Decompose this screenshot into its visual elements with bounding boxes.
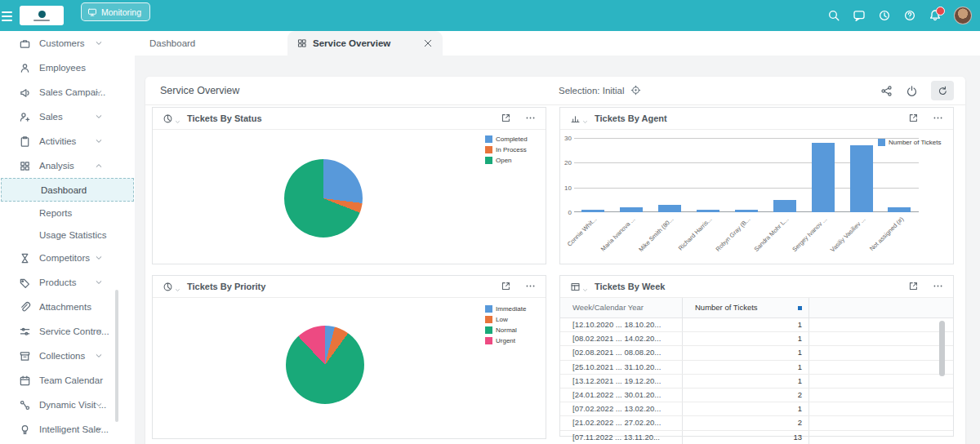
feedback-chat-icon[interactable] <box>853 9 866 22</box>
bar[interactable] <box>620 207 643 212</box>
sidebar-item-analysis[interactable]: Analysis <box>0 153 135 178</box>
table-row[interactable]: [02.08.2021 ... 08.08.20...1 <box>560 346 953 360</box>
legend-item: Number of Tickets <box>878 139 941 146</box>
logo-wordmark <box>33 20 50 21</box>
sidebar-item-label: Reports <box>39 208 72 218</box>
table-header-row: Week/Calendar Year Number of Tickets <box>560 298 953 318</box>
user-avatar[interactable] <box>954 7 972 24</box>
legend-label: Open <box>496 157 512 164</box>
sidebar-item-label: Employees <box>39 63 86 73</box>
sidebar-item-usage-statistics[interactable]: Usage Statistics <box>0 224 135 246</box>
sidebar-item-employees[interactable]: Employees <box>0 56 135 80</box>
status-legend: Completed In Process Open <box>485 135 528 167</box>
column-header-tickets[interactable]: Number of Tickets <box>683 298 809 317</box>
panel-title: Tickets By Priority <box>187 282 265 291</box>
table-icon <box>570 282 581 292</box>
open-in-new-icon[interactable] <box>501 113 511 123</box>
more-options-icon[interactable] <box>933 113 943 123</box>
legend-label: Number of Tickets <box>889 139 941 146</box>
power-icon[interactable] <box>906 85 918 97</box>
y-tick: 30 <box>559 135 572 142</box>
open-in-new-icon[interactable] <box>908 281 919 291</box>
bar[interactable] <box>773 200 796 212</box>
company-logo[interactable] <box>20 6 64 25</box>
notification-badge <box>936 7 945 16</box>
table-row[interactable]: [08.02.2021 ... 14.02.20...1 <box>560 332 953 346</box>
menu-icon[interactable] <box>2 11 12 24</box>
bar-series <box>574 138 919 212</box>
legend-item: Immediate <box>485 305 526 313</box>
page-title: Service Overview <box>160 85 239 96</box>
legend-swatch <box>485 135 492 143</box>
refresh-button[interactable] <box>931 81 954 100</box>
panel-title: Tickets By Agent <box>595 113 667 123</box>
bar[interactable] <box>812 143 835 212</box>
sidebar-item-sales[interactable]: Sales <box>0 104 135 129</box>
selection-label: Selection: Initial <box>559 86 625 95</box>
hourglass-icon <box>19 252 31 264</box>
chevron-down-icon <box>95 88 103 96</box>
tab-service-overview[interactable]: Service Overview <box>287 31 443 56</box>
legend-label: Low <box>496 316 508 323</box>
sidebar-item-competitors[interactable]: Competitors <box>0 246 135 270</box>
chevron-down-icon <box>95 278 103 286</box>
column-header-week[interactable]: Week/Calendar Year <box>560 298 683 317</box>
help-icon[interactable] <box>903 9 916 22</box>
bar[interactable] <box>581 210 604 212</box>
chevron-down-icon <box>95 327 103 335</box>
more-options-icon[interactable] <box>525 113 536 123</box>
monitoring-workspace-tab[interactable]: Monitoring <box>81 2 150 21</box>
share-icon[interactable] <box>880 85 893 97</box>
bar[interactable] <box>658 205 681 212</box>
sidebar-item-activities[interactable]: Activities <box>0 129 135 153</box>
bar[interactable] <box>735 210 758 212</box>
legend-label: Completed <box>496 135 528 143</box>
notifications-bell-icon[interactable] <box>929 9 942 22</box>
chevron-down-icon[interactable] <box>175 287 180 293</box>
table-row[interactable]: [12.10.2020 ... 18.10.20...1 <box>560 318 953 332</box>
sidebar-item-dashboard[interactable]: Dashboard <box>1 178 134 202</box>
tab-dashboard[interactable]: Dashboard <box>149 31 195 56</box>
chevron-down-icon <box>95 113 103 121</box>
chevron-down-icon <box>95 401 103 409</box>
y-tick: 20 <box>559 159 572 166</box>
sidebar-item-sales-campaigns[interactable]: Sales Campai... <box>0 80 135 104</box>
sidebar-item-customers[interactable]: Customers <box>0 31 135 56</box>
chevron-down-icon[interactable] <box>175 119 180 125</box>
search-icon[interactable] <box>827 9 840 22</box>
chevron-down-icon[interactable] <box>582 119 588 125</box>
bar[interactable] <box>888 207 911 212</box>
selection-control[interactable]: Selection: Initial <box>559 85 641 95</box>
sidebar-nav: Customers Employees Sales Campai... Sale… <box>0 31 135 444</box>
table-row[interactable]: [24.01.2022 ... 30.01.20...2 <box>560 388 953 402</box>
gear-icon[interactable] <box>630 85 641 95</box>
more-options-icon[interactable] <box>933 281 943 291</box>
sidebar-item-reports[interactable]: Reports <box>0 202 135 224</box>
status-pie-chart[interactable] <box>284 159 363 238</box>
pie-chart-icon <box>163 282 173 292</box>
sidebar-item-label: Usage Statistics <box>39 230 106 240</box>
chevron-down-icon[interactable] <box>582 287 588 293</box>
bar-chart-icon <box>570 113 581 124</box>
bar[interactable] <box>697 210 719 212</box>
table-scrollbar[interactable] <box>939 321 945 376</box>
more-options-icon[interactable] <box>525 281 536 291</box>
history-icon[interactable] <box>878 9 891 22</box>
table-row[interactable]: [07.11.2022 ... 13.11.20...13 <box>560 431 953 444</box>
route-icon <box>19 399 31 411</box>
panel-title: Tickets By Week <box>595 282 665 291</box>
table-row[interactable]: [07.02.2022 ... 13.02.20...1 <box>560 402 953 416</box>
priority-pie-chart[interactable] <box>286 326 364 404</box>
panel-title: Tickets By Status <box>187 113 262 123</box>
open-in-new-icon[interactable] <box>908 113 919 123</box>
table-row[interactable]: [25.10.2021 ... 31.10.20...1 <box>560 361 953 375</box>
legend-swatch <box>485 305 492 313</box>
bar[interactable] <box>850 145 873 212</box>
briefcase-icon <box>19 38 31 50</box>
open-in-new-icon[interactable] <box>501 281 511 291</box>
close-icon[interactable] <box>423 38 433 48</box>
table-row[interactable]: [21.02.2022 ... 27.02.20...2 <box>560 416 953 430</box>
table-row[interactable]: [13.12.2021 ... 19.12.20...1 <box>560 375 953 388</box>
sales-person-icon <box>19 111 31 123</box>
sidebar-scrollbar[interactable] <box>115 290 118 422</box>
